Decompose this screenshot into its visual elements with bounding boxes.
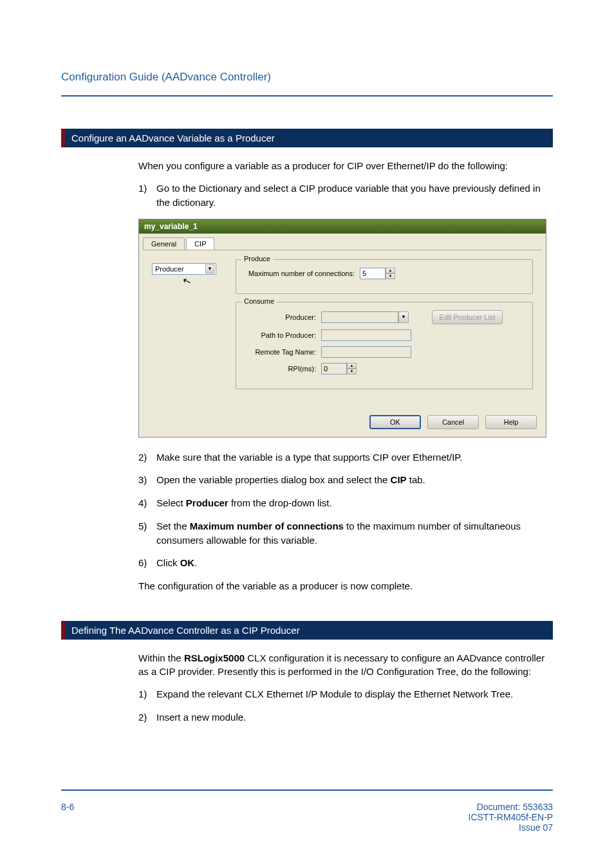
footer-document: Document: 553633 [469,802,553,812]
tab-cip-body: Producer ▼ ↖ Produce Maximum number of c… [143,250,542,406]
rpi-input: 0 [321,363,347,374]
spinner-up-icon[interactable]: ▲ [347,363,357,369]
help-button[interactable]: Help [485,415,537,429]
header-rule [61,95,553,97]
consume-legend: Consume [241,297,277,305]
footer-rule [61,790,553,791]
path-to-producer-input [321,329,411,341]
tab-general[interactable]: General [143,237,185,250]
variable-properties-dialog: my_variable_1 General CIP Producer ▼ ↖ P… [138,219,546,438]
list-number: 6) [138,556,156,570]
dialog-titlebar: my_variable_1 [139,219,546,234]
list-number: 2) [138,710,156,725]
footer-doc-info: Document: 553633 ICSTT-RM405f-EN-P Issue… [469,802,553,833]
role-dropdown[interactable]: Producer ▼ [152,263,216,275]
section1-step1: 1) Go to the Dictionary and select a CIP… [138,181,546,210]
consume-group: Consume Producer: ▼ Edit Producer List P… [236,302,533,389]
list-text: Expand the relevant CLX Ethernet I/P Mod… [156,687,546,701]
mouse-cursor-icon: ↖ [181,273,193,288]
max-connections-input[interactable]: 5 [360,268,386,279]
section-heading-cip-producer: Defining The AADvance Controller as a CI… [61,621,553,640]
section1-step5: 5) Set the Maximum number of connections… [138,519,546,548]
consume-producer-combo[interactable]: ▼ [321,311,409,323]
footer-page-number: 8-6 [61,802,74,833]
consume-producer-label: Producer: [245,313,316,321]
role-dropdown-value: Producer [155,265,184,273]
section2-step2: 2) Insert a new module. [138,710,546,725]
rpi-spinner[interactable]: 0 ▲ ▼ [321,363,357,374]
list-number: 2) [138,450,156,465]
list-text: Insert a new module. [156,710,546,725]
list-number: 3) [138,473,156,487]
section1-intro: When you configure a variable as a produ… [138,159,546,172]
list-text: Select Producer from the drop-down list. [156,496,546,510]
list-text: Click OK. [156,556,546,570]
max-connections-label: Maximum number of connections: [245,270,355,277]
dialog-button-bar: OK Cancel Help [139,410,546,437]
remote-tag-name-label: Remote Tag Name: [245,348,316,356]
section2-step1: 1) Expand the relevant CLX Ethernet I/P … [138,687,546,701]
list-number: 1) [138,687,156,701]
max-connections-spinner[interactable]: 5 ▲ ▼ [360,268,395,279]
cancel-button[interactable]: Cancel [427,415,479,429]
produce-legend: Produce [241,255,273,263]
remote-tag-name-input [321,346,411,358]
rpi-label: RPI(ms): [245,365,316,373]
list-text: Make sure that the variable is a type th… [156,450,546,465]
section1-step6: 6) Click OK. [138,556,546,570]
section-heading-configure-producer: Configure an AADvance Variable as a Prod… [61,129,553,147]
page-footer: 8-6 Document: 553633 ICSTT-RM405f-EN-P I… [61,802,553,833]
consume-producer-input [321,311,398,323]
edit-producer-list-button[interactable]: Edit Producer List [432,310,503,324]
spinner-up-icon[interactable]: ▲ [386,268,395,273]
list-text: Open the variable properties dialog box … [156,473,546,487]
section1-step3: 3) Open the variable properties dialog b… [138,473,546,487]
chevron-down-icon: ▼ [205,264,214,273]
section1-step2: 2) Make sure that the variable is a type… [138,450,546,465]
list-number: 5) [138,519,156,548]
ok-button[interactable]: OK [369,415,421,429]
chevron-down-icon: ▼ [398,311,409,323]
list-number: 1) [138,181,156,210]
list-text: Set the Maximum number of connections to… [156,519,546,548]
list-text: Go to the Dictionary and select a CIP pr… [156,181,546,210]
page-header-title: Configuration Guide (AADvance Controller… [61,71,553,84]
section1-step4: 4) Select Producer from the drop-down li… [138,496,546,510]
footer-code: ICSTT-RM405f-EN-P [469,812,553,822]
spinner-down-icon[interactable]: ▼ [386,273,395,279]
list-number: 4) [138,496,156,510]
produce-group: Produce Maximum number of connections: 5… [236,259,533,294]
footer-issue: Issue 07 [469,822,553,833]
spinner-down-icon[interactable]: ▼ [347,369,357,374]
dialog-screenshot: my_variable_1 General CIP Producer ▼ ↖ P… [138,219,546,438]
dialog-tabs: General CIP [139,234,546,250]
section2-intro: Within the RSLogix5000 CLX configuration… [138,651,546,678]
tab-cip[interactable]: CIP [186,237,214,250]
section1-outro: The configuration of the variable as a p… [138,579,546,593]
path-to-producer-label: Path to Producer: [245,331,316,339]
